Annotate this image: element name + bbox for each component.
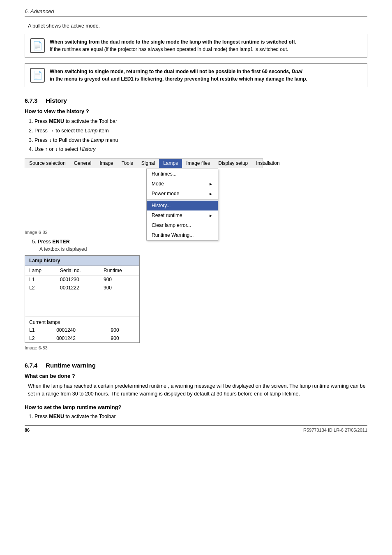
lamp-1-runtime: 900 <box>99 275 139 284</box>
lamp-2-label: L2 <box>25 284 56 292</box>
menu-item-display-setup[interactable]: Display setup <box>214 159 252 168</box>
steps-list-view-history: Press MENU to activate the Tool bar Pres… <box>25 118 367 153</box>
lamp-history-row-2: L2 0001222 900 <box>25 284 139 292</box>
current-lamp-2-serial: 0001242 <box>52 334 106 342</box>
menu-bar: Source selection General Image Tools Sig… <box>25 158 263 168</box>
menu-simulation: Source selection General Image Tools Sig… <box>25 158 367 168</box>
dropdown-runtimes[interactable]: Runtimes... <box>147 169 218 179</box>
dropdown-power-mode[interactable]: Power mode ► <box>147 189 218 199</box>
step-2: Press → to select the Lamp item <box>29 127 367 135</box>
lamp-1-label: L1 <box>25 275 56 284</box>
col-header-serial: Serial no. <box>56 266 99 275</box>
note-icon-2: 📄 <box>30 68 45 83</box>
note-text-1: When switching from the dual mode to the… <box>50 38 296 53</box>
section-674-title: Runtime warning <box>46 362 96 369</box>
current-lamp-row-2: L2 0001242 900 <box>25 334 139 342</box>
sub-heading-how: How to set the lamp runtime warning? <box>25 404 367 410</box>
menu-item-installation[interactable]: Installation <box>252 159 284 168</box>
step-5-sub: A textbox is displayed <box>25 246 367 252</box>
lamp-history-row-1: L1 0001230 900 <box>25 275 139 284</box>
image-label-83: Image 6-83 <box>25 345 367 350</box>
current-lamps-label: Current lamps <box>25 317 139 326</box>
footer-doc-ref: R59770134 ID LR-6 27/05/2011 <box>303 428 367 432</box>
lamp-history-box: Lamp history Lamp Serial no. Runtime L1 … <box>25 255 140 343</box>
lamp-2-serial: 0001222 <box>56 284 99 292</box>
lamp-2-runtime: 900 <box>99 284 139 292</box>
note-icon-1: 📄 <box>30 38 45 53</box>
lamp-history-table: Lamp Serial no. Runtime L1 0001230 900 L… <box>25 266 139 317</box>
sub-heading-what: What can be done ? <box>25 373 367 379</box>
page-number: 86 <box>25 428 30 432</box>
current-lamp-row-1: L1 0001240 900 <box>25 326 139 334</box>
menu-item-image[interactable]: Image <box>95 159 117 168</box>
current-lamp-1-label: L1 <box>25 326 52 334</box>
dropdown-history[interactable]: History... <box>147 201 218 210</box>
dropdown-divider-1 <box>147 199 218 200</box>
chapter-header: 6. Advanced <box>25 8 367 16</box>
current-lamps-table: L1 0001240 900 L2 0001242 900 <box>25 326 139 342</box>
current-lamp-1-serial: 0001240 <box>52 326 106 334</box>
what-text: When the lamp has reached a certain pred… <box>25 382 367 398</box>
menu-item-signal[interactable]: Signal <box>137 159 159 168</box>
menu-item-image-files[interactable]: Image files <box>182 159 214 168</box>
note-box-1: 📄 When switching from the dual mode to t… <box>25 34 367 58</box>
current-lamp-2-runtime: 900 <box>107 334 139 342</box>
note-box-2: 📄 When switching to single mode, returni… <box>25 63 367 87</box>
step-1: Press MENU to activate the Tool bar <box>29 118 367 125</box>
current-lamp-1-runtime: 900 <box>107 326 139 334</box>
note-text-2: When switching to single mode, returning… <box>50 68 307 83</box>
current-lamp-2-label: L2 <box>25 334 52 342</box>
dropdown-reset-runtime[interactable]: Reset runtime ► <box>147 210 218 220</box>
how-step-1: 1. Press MENU to activate the Toolbar <box>25 414 367 419</box>
dropdown-runtime-warning[interactable]: Runtime Warning... <box>147 230 218 240</box>
menu-item-general[interactable]: General <box>70 159 96 168</box>
lamp-history-spacer-row <box>25 292 139 317</box>
step-4: Use ↑ or ↓ to select History <box>29 146 367 153</box>
step-3: Press ↓ to Pull down the Lamp menu <box>29 136 367 144</box>
page-footer: 86 R59770134 ID LR-6 27/05/2011 <box>25 426 367 432</box>
chapter-title: 6. Advanced <box>25 8 54 14</box>
section-673-title: History <box>46 97 67 104</box>
menu-item-lamps[interactable]: Lamps <box>159 159 182 168</box>
lamps-dropdown: Runtimes... Mode ► Power mode ► History.… <box>146 169 218 240</box>
section-673-heading: 6.7.3 History <box>25 97 367 104</box>
lamp-1-serial: 0001230 <box>56 275 99 284</box>
col-header-runtime: Runtime <box>99 266 139 275</box>
menu-item-source-selection[interactable]: Source selection <box>25 159 70 168</box>
section-673-number: 6.7.3 <box>25 97 37 104</box>
menu-item-tools[interactable]: Tools <box>118 159 137 168</box>
dropdown-mode[interactable]: Mode ► <box>147 179 218 189</box>
col-header-lamp: Lamp <box>25 266 56 275</box>
bullet-note: A bullet shows the active mode. <box>25 23 367 29</box>
sub-heading-view-history: How to view the history ? <box>25 108 367 114</box>
dropdown-clear-lamp-error[interactable]: Clear lamp error... <box>147 220 218 230</box>
section-674-heading: 6.7.4 Runtime warning <box>25 362 367 369</box>
section-674-number: 6.7.4 <box>25 362 37 369</box>
lamp-history-title: Lamp history <box>25 256 139 266</box>
